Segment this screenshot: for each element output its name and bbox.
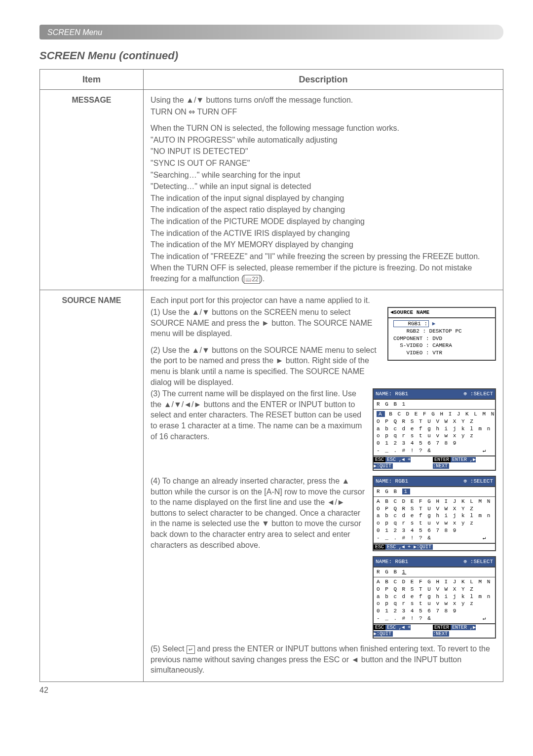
- osd4-title-l: NAME: RGB1: [376, 558, 408, 566]
- osd4-title-r: ⊕ :SELECT: [464, 558, 493, 566]
- msg-b4: "Searching…" while searching for the inp…: [151, 170, 496, 181]
- msg-l2: When the TURN ON is selected, the follow…: [151, 123, 496, 134]
- updown-icon: [192, 307, 210, 318]
- msg-b10: The indication of the MY MEMORY displaye…: [151, 239, 496, 250]
- osd4-r1: O P Q R S T U V W X Y Z: [377, 586, 492, 593]
- src-s1a: (1) Use the: [151, 308, 192, 316]
- header-text: SCREEN Menu: [47, 28, 102, 37]
- leftright-icon: [327, 497, 345, 508]
- msg-b3: "SYNC IS OUT OF RANGE": [151, 158, 496, 169]
- down-arrow-icon: [262, 518, 269, 529]
- osd3-r4: 0 1 2 3 4 5 6 7 8 9: [377, 527, 492, 534]
- osd-source-name-menu: ◄SOURCE NAME RGB1 : ▶ RGB2 : DESKTOP PC …: [387, 307, 496, 361]
- updown-icon: [192, 345, 210, 356]
- msg-b11: The indication of "FREEZE" and "II" whil…: [151, 251, 496, 262]
- msg-l1b: buttons turns on/off the message functio…: [204, 96, 353, 104]
- osd2-r4: 0 1 2 3 4 5 6 7 8 9: [377, 440, 492, 447]
- double-arrow-icon: [189, 107, 195, 117]
- msg-b9: The indication of the ACTIVE IRIS displa…: [151, 228, 496, 239]
- msg-b2: "NO INPUT IS DETECTED": [151, 146, 496, 157]
- th-item: Item: [40, 69, 144, 89]
- th-desc: Description: [144, 69, 503, 89]
- left-arrow-icon: [351, 654, 359, 665]
- osd-name-dialog-3: NAME: RGB1⊕ :SELECT R G B 1 A B C D E F …: [373, 556, 496, 639]
- item-message: MESSAGE: [40, 89, 144, 290]
- osd2-name: R G B 1: [374, 400, 495, 410]
- osd2-r5: - _ . # ! ? & ↵: [377, 447, 492, 454]
- osd4-r5: - _ . # ! ? & ↵: [377, 615, 492, 622]
- osd1-row2: COMPONENT : DVD: [393, 335, 492, 342]
- src-s2a: (2) Use the: [151, 346, 192, 354]
- osd1-row1: RGB2 : DESKTOP PC: [393, 328, 492, 335]
- osd2-title-r: ⊕ :SELECT: [464, 390, 493, 398]
- desc-source-name: Each input port for this projector can h…: [144, 290, 503, 681]
- item-source-name: SOURCE NAME: [40, 290, 144, 681]
- osd-name-dialog-1: NAME: RGB1⊕ :SELECT R G B 1 A B C D E F …: [373, 388, 496, 471]
- updown-icon: [186, 95, 204, 106]
- osd4-r3: o p q r s t u v w x y z: [377, 600, 492, 607]
- turn-on-label: TURN ON: [151, 108, 189, 116]
- osd3-fl: ESC ,◄ + ▶:QUIT: [385, 544, 433, 550]
- osd1-row0: RGB1 :: [393, 320, 429, 327]
- osd3-r1: O P Q R S T U V W X Y Z: [377, 505, 492, 513]
- msg-b8: The indication of the PICTURE MODE displ…: [151, 216, 496, 227]
- osd1-row4: VIDEO : VTR: [393, 349, 492, 357]
- osd3-r3: o p q r s t u v w x y z: [377, 520, 492, 527]
- msg-b6: The indication of the input signal displ…: [151, 193, 496, 204]
- osd-name-dialog-2: NAME: RGB1⊕ :SELECT R G B 1 A B C D E F …: [373, 476, 496, 551]
- msg-b1: "AUTO IN PROGRESS" while automatically a…: [151, 135, 496, 146]
- osd3-title-l: NAME: RGB1: [376, 478, 408, 485]
- all-arrows-icon: [164, 399, 202, 410]
- osd1-title: ◄SOURCE NAME: [388, 308, 495, 318]
- osd2-r1: O P Q R S T U V W X Y Z: [377, 418, 492, 425]
- osd3-r0: A B C D E F G H I J K L M N: [377, 498, 492, 505]
- msg-b12a: When the TURN OFF is selected, please re…: [151, 264, 472, 283]
- msg-b5: "Detecting…" while an input signal is de…: [151, 181, 496, 192]
- osd4-r0: A B C D E F G H I J K L M N: [377, 578, 492, 586]
- osd2-title-l: NAME: RGB1: [376, 390, 408, 398]
- src-l0: Each input port for this projector can h…: [151, 295, 496, 306]
- page-number: 42: [39, 685, 503, 696]
- osd2-r3: o p q r s t u v w x y z: [377, 432, 492, 440]
- msg-l1a: Using the: [151, 96, 186, 104]
- enter-symbol-icon: ↵: [187, 645, 195, 654]
- desc-message: Using the buttons turns on/off the messa…: [144, 89, 503, 290]
- section-title: SCREEN Menu (continued): [39, 48, 503, 63]
- up-arrow-icon: [342, 476, 349, 487]
- turn-off-label: TURN OFF: [195, 108, 237, 116]
- osd3-title-r: ⊕ :SELECT: [464, 478, 493, 485]
- right-arrow-icon: [262, 318, 269, 329]
- src-s4a: (4) To change an already inserted charac…: [151, 477, 342, 485]
- manual-ref-num: 22: [252, 276, 258, 283]
- header-bar: SCREEN Menu: [39, 25, 503, 39]
- osd2-r2: a b c d e f g h i j k l m n: [377, 425, 492, 433]
- osd3-r5: - _ . # ! ? & ↵: [377, 534, 492, 542]
- right-arrow-icon: [276, 355, 284, 366]
- manual-ref-icon: 22: [244, 275, 260, 284]
- menu-table: Item Description MESSAGE Using the butto…: [39, 69, 503, 682]
- msg-b12b: ).: [260, 274, 265, 283]
- osd4-r2: a b c d e f g h i j k l m n: [377, 593, 492, 601]
- osd1-row3: S-VIDEO : CAMERA: [393, 342, 492, 349]
- osd3-r2: a b c d e f g h i j k l m n: [377, 512, 492, 520]
- msg-b7: The indication of the aspect ratio displ…: [151, 204, 496, 215]
- src-s5a: (5) Select: [151, 644, 187, 653]
- osd4-r4: 0 1 2 3 4 5 6 7 8 9: [377, 607, 492, 615]
